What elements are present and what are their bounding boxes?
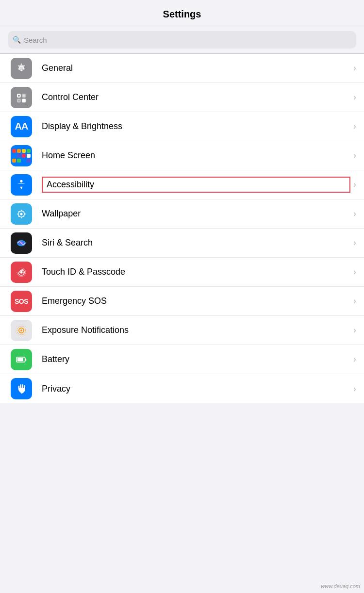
- svg-rect-19: [17, 358, 23, 361]
- sos-label: Emergency SOS: [42, 296, 350, 306]
- battery-icon: [11, 349, 32, 370]
- wallpaper-label: Wallpaper: [42, 209, 350, 219]
- settings-row-battery[interactable]: Battery ›: [0, 345, 364, 374]
- svg-point-4: [18, 95, 20, 97]
- settings-row-accessibility[interactable]: Accessibility ›: [0, 170, 364, 199]
- general-icon: [11, 58, 32, 79]
- svg-point-6: [18, 99, 20, 101]
- general-label: General: [42, 63, 350, 73]
- sos-icon-wrap: SOS: [8, 288, 35, 315]
- settings-row-privacy[interactable]: Privacy ›: [0, 374, 364, 403]
- settings-row-display[interactable]: AA Display & Brightness ›: [0, 112, 364, 141]
- svg-point-8: [20, 180, 22, 182]
- page-title: Settings: [163, 9, 201, 19]
- wallpaper-icon-wrap: [8, 200, 35, 228]
- touchid-icon: [11, 262, 32, 283]
- touchid-chevron: ›: [353, 267, 356, 277]
- accessibility-icon: [11, 174, 32, 196]
- siri-chevron: ›: [353, 238, 356, 248]
- control-center-icon: [11, 87, 32, 108]
- battery-chevron: ›: [353, 354, 356, 364]
- accessibility-icon-wrap: [8, 171, 35, 198]
- sos-icon: SOS: [11, 291, 32, 312]
- home-screen-label: Home Screen: [42, 150, 350, 161]
- settings-row-home-screen[interactable]: Home Screen ›: [0, 141, 364, 170]
- siri-icon: [11, 232, 32, 254]
- display-chevron: ›: [353, 121, 356, 132]
- home-screen-chevron: ›: [353, 150, 356, 161]
- display-icon-wrap: AA: [8, 113, 35, 140]
- exposure-chevron: ›: [353, 325, 356, 335]
- display-icon: AA: [11, 116, 32, 137]
- home-screen-icon-wrap: [8, 142, 35, 169]
- svg-rect-18: [25, 358, 27, 361]
- settings-row-touchid[interactable]: Touch ID & Passcode ›: [0, 258, 364, 287]
- siri-icon-wrap: [8, 230, 35, 257]
- accessibility-label: Accessibility: [42, 177, 350, 193]
- search-icon: 🔍: [13, 36, 21, 44]
- exposure-label: Exposure Notifications: [42, 325, 350, 335]
- touchid-label: Touch ID & Passcode: [42, 267, 350, 277]
- battery-label: Battery: [42, 354, 350, 364]
- control-center-label: Control Center: [42, 92, 350, 102]
- touchid-icon-wrap: [8, 259, 35, 286]
- watermark: www.deuaq.com: [321, 583, 360, 589]
- settings-header: Settings: [0, 0, 364, 26]
- exposure-icon: [11, 320, 32, 341]
- settings-row-general[interactable]: General ›: [0, 54, 364, 83]
- privacy-icon: [11, 378, 32, 399]
- general-icon-wrap: [8, 55, 35, 82]
- search-placeholder: Search: [24, 36, 47, 44]
- wallpaper-chevron: ›: [353, 209, 356, 219]
- display-label: Display & Brightness: [42, 121, 350, 132]
- exposure-icon-wrap: [8, 317, 35, 344]
- privacy-chevron: ›: [353, 384, 356, 394]
- control-center-chevron: ›: [353, 92, 356, 102]
- search-bar[interactable]: 🔍 Search: [8, 31, 356, 49]
- svg-point-10: [20, 213, 22, 215]
- accessibility-chevron: ›: [353, 180, 356, 190]
- battery-icon-wrap: [8, 346, 35, 373]
- control-center-icon-wrap: [8, 84, 35, 111]
- privacy-icon-wrap: [8, 375, 35, 402]
- svg-point-14: [20, 329, 22, 331]
- sos-chevron: ›: [353, 296, 356, 306]
- settings-row-control-center[interactable]: Control Center ›: [0, 83, 364, 112]
- wallpaper-icon: [11, 203, 32, 225]
- home-screen-icon: [11, 145, 32, 166]
- siri-label: Siri & Search: [42, 238, 350, 248]
- settings-row-wallpaper[interactable]: Wallpaper ›: [0, 199, 364, 229]
- general-chevron: ›: [353, 63, 356, 73]
- svg-point-12: [20, 271, 22, 273]
- svg-point-5: [23, 95, 25, 97]
- svg-point-7: [23, 99, 25, 101]
- settings-row-exposure[interactable]: Exposure Notifications ›: [0, 316, 364, 345]
- settings-list: General › Control Center ›: [0, 54, 364, 403]
- home-grid-icon: [12, 149, 31, 163]
- privacy-label: Privacy: [42, 384, 350, 394]
- search-bar-area: 🔍 Search: [0, 26, 364, 54]
- settings-row-siri[interactable]: Siri & Search ›: [0, 229, 364, 258]
- settings-row-sos[interactable]: SOS Emergency SOS ›: [0, 287, 364, 316]
